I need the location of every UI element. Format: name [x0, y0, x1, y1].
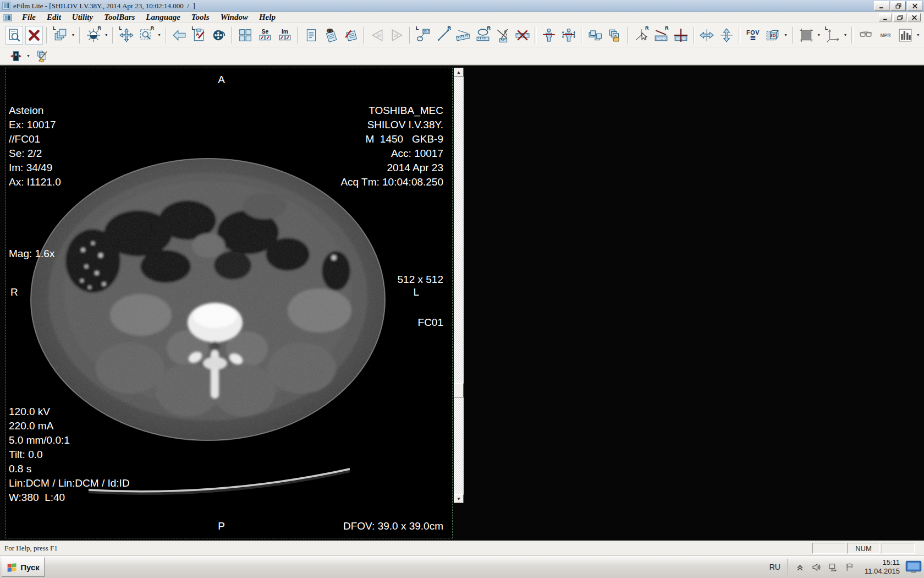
fit-to-window-icon: [10, 50, 22, 62]
pan-button[interactable]: L: [118, 26, 135, 45]
scroll-up-button[interactable]: ▲: [454, 68, 464, 77]
print-layout-dropdown-arrow[interactable]: ▾: [816, 26, 822, 44]
image-stack-scrollbar[interactable]: ▲ ▼: [454, 68, 464, 503]
svg-text:St: St: [394, 32, 399, 38]
svg-text:MPR: MPR: [656, 36, 666, 41]
toolbar-separator: [581, 27, 583, 43]
minimize-button[interactable]: [874, 1, 889, 11]
menu-tools[interactable]: Tools: [186, 13, 215, 22]
volume-3d-button[interactable]: 3D: [764, 26, 782, 45]
mdi-minimize-button[interactable]: [879, 13, 892, 21]
language-indicator[interactable]: RU: [763, 563, 787, 571]
view-report-button[interactable]: [322, 26, 340, 45]
secondary-toolbar: ▾: [0, 47, 924, 65]
series-sync-icon: Se: [258, 28, 272, 42]
series-layout-button[interactable]: [237, 26, 254, 45]
orientation-axes-dropdown-arrow[interactable]: ▾: [843, 26, 848, 44]
angle-measure-button[interactable]: θ57°: [494, 26, 512, 45]
scrollbar-thumb[interactable]: [454, 383, 464, 397]
close-study-button[interactable]: [25, 26, 43, 45]
line-measure-button[interactable]: R: [435, 26, 452, 45]
edit-report-button[interactable]: [342, 26, 360, 45]
image-viewport[interactable]: AsteionEx: 10017//FC01Se: 2/2Im: 34/49Ax…: [6, 68, 453, 538]
mpr-line-button[interactable]: MPRR: [652, 26, 670, 45]
svg-text:A: A: [196, 31, 200, 37]
flip-vertical-button[interactable]: [718, 26, 735, 45]
open-study-list-icon: [7, 28, 21, 42]
series-sync-button[interactable]: Se: [256, 26, 274, 45]
start-button[interactable]: Пуск: [2, 557, 45, 577]
volume-icon[interactable]: [810, 560, 823, 574]
probe-button[interactable]: 35.2L: [415, 26, 432, 45]
window-level-dropdown-arrow[interactable]: ▾: [103, 26, 109, 44]
toolbar-separator: [297, 27, 299, 43]
mouse-button-badge: R: [487, 25, 491, 31]
orientation-axes-button[interactable]: L: [824, 26, 842, 45]
mouse-button-badge: R: [151, 25, 155, 31]
svg-text:35.2: 35.2: [423, 30, 430, 33]
mdi-child-icon[interactable]: [3, 14, 12, 21]
link-series-button[interactable]: [586, 26, 604, 45]
drag-series-button[interactable]: [606, 26, 624, 45]
restore-button[interactable]: [890, 1, 906, 11]
toolbar-separator: [693, 27, 695, 43]
menu-help[interactable]: Help: [254, 13, 281, 22]
fit-to-window-dropdown-arrow[interactable]: ▾: [25, 47, 31, 65]
ruler-measure-button[interactable]: [454, 26, 472, 45]
cine-button[interactable]: [210, 26, 228, 45]
image-sync-button[interactable]: Im: [276, 26, 294, 45]
window-level-button[interactable]: R: [85, 26, 102, 45]
menu-window[interactable]: Window: [215, 13, 254, 22]
menu-edit[interactable]: Edit: [41, 13, 67, 22]
flip-horizontal-button[interactable]: [698, 26, 716, 45]
menu-file[interactable]: File: [16, 13, 41, 22]
angle-measure-icon: θ57°: [496, 28, 510, 42]
scroll-down-button[interactable]: ▼: [454, 494, 464, 503]
start-label: Пуск: [20, 563, 40, 572]
cursor-3d-button[interactable]: R: [632, 26, 650, 45]
network-icon[interactable]: [827, 560, 840, 574]
histogram-dropdown-arrow[interactable]: ▾: [915, 26, 921, 44]
zoom-button[interactable]: R: [138, 26, 155, 45]
ellipse-roi-button[interactable]: R: [474, 26, 492, 45]
reset-image-icon: [172, 28, 186, 42]
mpr-cross-button[interactable]: MPR: [672, 26, 690, 45]
mpr-label-button[interactable]: MPR: [877, 26, 894, 45]
localizer-lines-button[interactable]: [560, 26, 578, 45]
browse-stack-button[interactable]: [34, 48, 50, 64]
open-study-list-button[interactable]: [6, 26, 23, 45]
action-center-flag-icon[interactable]: [843, 560, 856, 574]
print-layout-button[interactable]: [798, 26, 815, 45]
menu-language[interactable]: Language: [140, 13, 186, 22]
menu-toolbars[interactable]: ToolBars: [98, 13, 140, 22]
show-hidden-icons-chevron[interactable]: [794, 560, 807, 574]
svg-text:3D: 3D: [771, 33, 777, 38]
overlay-top-left: AsteionEx: 10017//FC01Se: 2/2Im: 34/49Ax…: [9, 75, 61, 290]
mouse-button-badge: L: [825, 25, 828, 31]
mouse-button-badge: R: [665, 25, 669, 31]
fov-button[interactable]: FOV: [744, 26, 762, 45]
delete-measurements-button[interactable]: [514, 26, 531, 45]
reset-image-button[interactable]: [170, 26, 188, 45]
display-tray-icon[interactable]: [905, 559, 922, 575]
annotations-button[interactable]: AL: [190, 26, 208, 45]
histogram-button[interactable]: [897, 26, 914, 45]
stereo-glasses-button[interactable]: [857, 26, 875, 45]
scout-lines-button[interactable]: [540, 26, 558, 45]
menu-utility[interactable]: Utility: [67, 13, 98, 22]
mdi-restore-button[interactable]: [893, 13, 906, 21]
cine-icon: [212, 28, 226, 42]
mdi-close-button[interactable]: [908, 13, 921, 21]
report-button[interactable]: [302, 26, 320, 45]
browse-stack-icon: [36, 50, 48, 62]
view-report-icon: [324, 28, 338, 42]
close-button[interactable]: [907, 1, 922, 11]
dicom-overlay-line: 5.0 mm/0.0:1: [9, 433, 130, 448]
stack-mode-button[interactable]: L: [52, 26, 69, 45]
volume-3d-dropdown-arrow[interactable]: ▾: [783, 26, 788, 44]
stack-mode-dropdown-arrow[interactable]: ▾: [70, 26, 76, 44]
zoom-dropdown-arrow[interactable]: ▾: [156, 26, 162, 44]
fit-to-window-button[interactable]: [8, 48, 24, 64]
svg-text:Im: Im: [282, 28, 288, 34]
tray-clock[interactable]: 15:1111.04.2015: [858, 558, 905, 576]
